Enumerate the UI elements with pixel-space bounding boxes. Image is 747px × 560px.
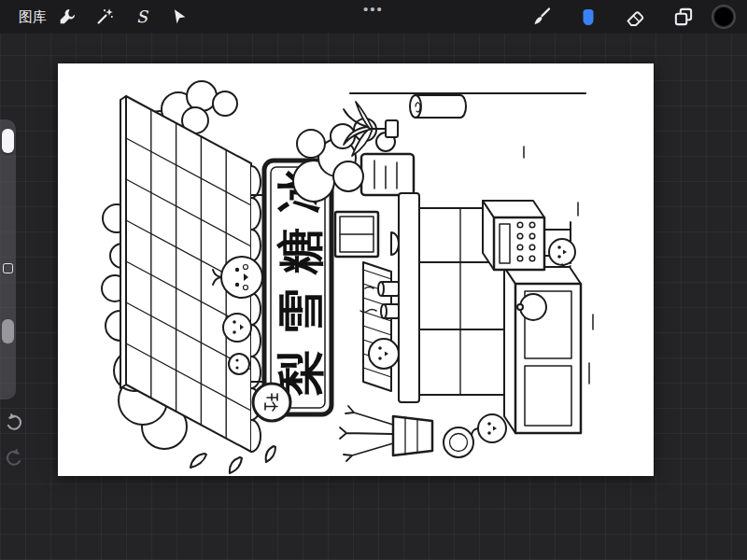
gallery-button[interactable]: 图库 bbox=[13, 7, 52, 28]
adjustments-button[interactable] bbox=[90, 4, 120, 30]
modify-button[interactable] bbox=[3, 263, 13, 273]
selection-s-icon: S bbox=[132, 7, 152, 27]
wrench-icon bbox=[57, 7, 78, 27]
procreate-workspace: 图库 S ••• bbox=[0, 0, 747, 560]
undo-arrow-icon bbox=[4, 411, 24, 431]
stall-front bbox=[504, 267, 581, 433]
brush-size-slider[interactable] bbox=[2, 129, 14, 153]
sign-char-2: 糖 bbox=[274, 228, 328, 275]
top-toolbar: 图库 S ••• bbox=[0, 0, 747, 34]
transform-arrow-icon bbox=[169, 7, 190, 27]
storefront-line-art: 梨 雪 糖 冰 bbox=[102, 81, 593, 473]
smudge-tool-button[interactable] bbox=[573, 4, 603, 30]
paint-tool-button[interactable] bbox=[527, 4, 557, 30]
brush-icon bbox=[530, 6, 553, 28]
sign-char-3: 雪 bbox=[274, 288, 328, 335]
drawing-canvas[interactable]: 梨 雪 糖 冰 bbox=[58, 63, 654, 476]
svg-text:S: S bbox=[136, 7, 149, 26]
rolled-mat bbox=[410, 95, 466, 118]
redo-button[interactable] bbox=[2, 444, 26, 469]
current-color-swatch[interactable] bbox=[712, 5, 736, 29]
artwork-svg: 梨 雪 糖 冰 bbox=[58, 63, 654, 476]
layers-button[interactable] bbox=[669, 4, 698, 30]
corner-chick bbox=[472, 414, 506, 442]
menu-board bbox=[361, 154, 414, 195]
magic-wand-icon bbox=[94, 7, 115, 27]
eraser-icon bbox=[624, 6, 646, 28]
redo-arrow-icon bbox=[4, 446, 24, 467]
transform-button[interactable] bbox=[164, 4, 194, 30]
stick-bucket bbox=[340, 406, 473, 461]
round-medallion bbox=[253, 384, 290, 421]
scattered-leaves bbox=[190, 446, 275, 473]
window bbox=[335, 212, 378, 257]
erase-tool-button[interactable] bbox=[620, 4, 650, 30]
selection-button[interactable]: S bbox=[127, 4, 157, 30]
opacity-slider[interactable] bbox=[2, 319, 14, 343]
sidebar bbox=[0, 119, 16, 399]
canvas-options-dots[interactable]: ••• bbox=[353, 1, 394, 17]
actions-button[interactable] bbox=[52, 4, 82, 30]
smudge-finger-icon bbox=[577, 6, 599, 28]
undo-button[interactable] bbox=[2, 409, 26, 433]
layers-icon bbox=[671, 5, 696, 29]
